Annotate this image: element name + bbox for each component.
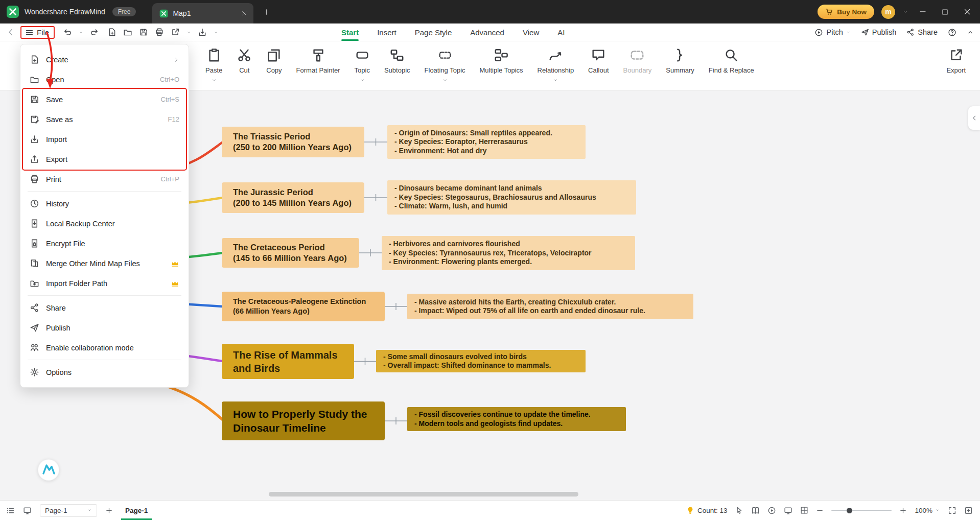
zoom-in-button[interactable]	[899, 507, 907, 514]
caret-down-icon	[212, 78, 217, 83]
add-page-button[interactable]	[105, 507, 113, 514]
quick-import-button[interactable]	[198, 28, 207, 37]
zoom-slider[interactable]	[831, 507, 892, 514]
topic-the-cretaceous-paleogene-extinction[interactable]: The Cretaceous-Paleogene Extinction(66 M…	[222, 292, 385, 321]
menu-item-create[interactable]: Create	[20, 50, 189, 69]
menu-item-import-folder-path[interactable]: Import Folder Path	[20, 273, 189, 293]
page-selector[interactable]: Page-1	[40, 504, 97, 517]
note-the-cretaceous-period[interactable]: - Herbivores and carnivores flourished -…	[382, 236, 635, 270]
ribbon-callout[interactable]: Callout	[581, 48, 616, 74]
note-the-triassic-period[interactable]: - Origin of Dinosaurs: Small reptiles ap…	[387, 125, 586, 159]
horizontal-scrollbar[interactable]	[269, 492, 578, 497]
zoom-out-button[interactable]	[816, 507, 824, 514]
buy-now-button[interactable]: Buy Now	[818, 5, 874, 19]
account-dropdown-icon[interactable]	[902, 9, 908, 15]
tab-start[interactable]: Start	[341, 23, 359, 41]
ribbon-export-button[interactable]: Export	[939, 48, 973, 74]
back-button[interactable]	[6, 28, 15, 37]
ribbon-floating-topic[interactable]: Floating Topic	[417, 48, 473, 83]
new-tab-button[interactable]	[263, 8, 270, 16]
tab-page-style[interactable]: Page Style	[415, 23, 452, 41]
fit-icon	[964, 506, 973, 515]
zoom-slider-knob[interactable]	[847, 508, 852, 513]
topic-how-to-properly-study-the-dinosaur-timeline[interactable]: How to Properly Study the Dinosaur Timel…	[222, 401, 385, 440]
pitch-button[interactable]: Pitch	[814, 28, 850, 37]
screen-view-icon[interactable]	[784, 506, 792, 515]
redo-button[interactable]	[90, 28, 99, 37]
close-button[interactable]	[960, 8, 975, 16]
tab-insert[interactable]: Insert	[377, 23, 396, 41]
menu-item-merge-other-mind-map-files[interactable]: Merge Other Mind Map Files	[20, 253, 189, 273]
quick-save-button[interactable]	[139, 28, 148, 37]
menu-item-open[interactable]: OpenCtrl+O	[20, 69, 189, 89]
quick-export-dropdown-icon[interactable]	[186, 30, 191, 35]
pointer-mode-icon[interactable]	[735, 506, 743, 515]
ribbon-topic[interactable]: Topic	[347, 48, 377, 83]
topic-the-cretaceous-period[interactable]: The Cretaceous Period(145 to 66 Million …	[222, 238, 359, 268]
topic-the-jurassic-period[interactable]: The Jurassic Period(200 to 145 Million Y…	[222, 182, 364, 213]
outline-view-icon[interactable]	[6, 506, 15, 515]
zoom-level[interactable]: 100%	[915, 507, 940, 514]
undo-button[interactable]	[63, 28, 72, 37]
publish-button[interactable]: Publish	[861, 28, 897, 36]
ribbon-find-replace[interactable]: Find & Replace	[702, 48, 761, 74]
note-the-rise-of-mammals-and-birds[interactable]: - Some small dinosaurs evolved into bird…	[376, 350, 586, 372]
menu-item-import[interactable]: Import	[20, 129, 189, 149]
pages-view-icon[interactable]	[751, 506, 760, 515]
grid-view-icon[interactable]	[800, 506, 808, 514]
ribbon-copy[interactable]: Copy	[259, 48, 289, 74]
menu-item-export[interactable]: Export	[20, 149, 189, 169]
file-menu-button[interactable]: File	[20, 26, 55, 39]
menu-item-publish[interactable]: Publish	[20, 318, 189, 338]
tab-advanced[interactable]: Advanced	[470, 23, 504, 41]
ribbon-multiple-topics[interactable]: Multiple Topics	[473, 48, 530, 74]
tab-ai[interactable]: AI	[557, 23, 565, 41]
note-the-jurassic-period[interactable]: - Dinosaurs became dominant land animals…	[387, 180, 636, 215]
menu-item-save-as[interactable]: Save asF12	[20, 109, 189, 129]
fullscreen-button[interactable]	[964, 506, 973, 515]
minimize-button[interactable]	[915, 8, 930, 16]
collapse-panel-tab[interactable]	[968, 106, 980, 130]
ribbon-paste[interactable]: Paste	[198, 48, 229, 83]
menu-item-share[interactable]: Share	[20, 298, 189, 318]
topic-the-triassic-period[interactable]: The Triassic Period(250 to 200 Million Y…	[222, 127, 364, 157]
avatar[interactable]: m	[881, 5, 895, 19]
maximize-button[interactable]	[938, 8, 952, 16]
open-file-button[interactable]	[123, 28, 132, 37]
tab-close-icon[interactable]	[241, 10, 247, 16]
fit-screen-button[interactable]	[948, 506, 956, 515]
menu-item-enable-collaboration-mode[interactable]: Enable collaboration mode	[20, 338, 189, 358]
ribbon-subtopic[interactable]: Subtopic	[377, 48, 417, 74]
undo-dropdown-icon[interactable]	[79, 30, 83, 35]
slideshow-play-icon[interactable]	[767, 506, 776, 515]
close-icon	[241, 10, 247, 16]
ribbon-summary[interactable]: Summary	[659, 48, 702, 74]
quick-print-button[interactable]	[155, 28, 164, 37]
new-document-button[interactable]	[107, 28, 116, 37]
menu-item-label: Local Backup Center	[46, 220, 115, 228]
document-tab[interactable]: Map1	[152, 3, 253, 23]
undo-redo-group	[63, 28, 99, 37]
menu-item-history[interactable]: History	[20, 194, 189, 214]
pitch-dropdown-icon	[846, 30, 851, 35]
ribbon-format-painter[interactable]: Format Painter	[289, 48, 347, 74]
menu-item-local-backup-center[interactable]: Local Backup Center	[20, 214, 189, 233]
help-button[interactable]	[948, 28, 956, 37]
menu-separator	[28, 295, 181, 296]
page-tab[interactable]: Page-1	[121, 501, 152, 520]
collapse-ribbon-button[interactable]	[967, 29, 974, 36]
menu-item-print[interactable]: PrintCtrl+P	[20, 169, 189, 189]
ribbon-cut[interactable]: Cut	[229, 48, 259, 74]
ribbon-relationship[interactable]: Relationship	[530, 48, 581, 83]
share-button[interactable]: Share	[906, 28, 938, 36]
topic-the-rise-of-mammals-and-birds[interactable]: The Rise of Mammals and Birds	[222, 344, 354, 379]
quick-export-button[interactable]	[171, 28, 180, 37]
presentation-view-icon[interactable]	[23, 506, 32, 515]
tab-view[interactable]: View	[523, 23, 539, 41]
note-the-cretaceous-paleogene-extinction[interactable]: - Massive asteroid hits the Earth, creat…	[407, 294, 693, 319]
menu-item-encrypt-file[interactable]: Encrypt File	[20, 233, 189, 253]
menu-item-save[interactable]: SaveCtrl+S	[20, 89, 189, 109]
menu-item-options[interactable]: Options	[20, 362, 189, 382]
note-how-to-properly-study-the-dinosaur-timeline[interactable]: - Fossil discoveries continue to update …	[407, 407, 626, 431]
quick-import-dropdown-icon[interactable]	[214, 30, 218, 35]
